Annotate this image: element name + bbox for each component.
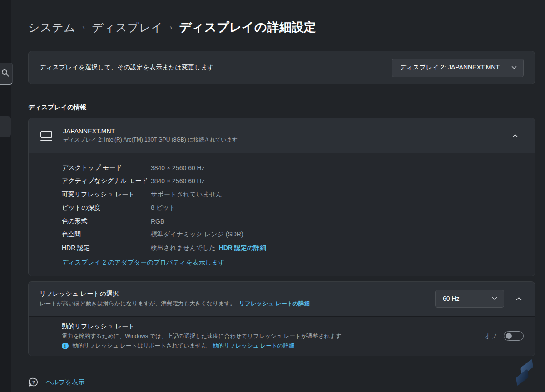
sidebar-item-partial[interactable] — [0, 116, 11, 137]
detail-label: 色空間 — [62, 230, 151, 239]
breadcrumb-system[interactable]: システム — [28, 20, 75, 35]
display-info-header[interactable]: JAPANNEXT.MNT ディスプレイ 2: Intel(R) Arc(TM)… — [29, 118, 535, 153]
dynamic-refresh-toggle[interactable] — [504, 331, 524, 341]
display-selector-value: ディスプレイ 2: JAPANNEXT.MNT — [400, 64, 500, 72]
detail-label: 色の形式 — [62, 217, 151, 225]
chevron-down-icon — [511, 66, 517, 69]
adapter-properties-link[interactable]: ディスプレイ 2 のアダプターのプロパティを表示します — [62, 259, 224, 267]
display-selector-label: ディスプレイを選択して、その設定を表示または変更します — [40, 64, 214, 72]
window-left-strip — [0, 0, 11, 392]
dynamic-refresh-title: 動的リフレッシュ レート — [62, 323, 342, 331]
device-connection: ディスプレイ 2: Intel(R) Arc(TM) 130T GPU (8GB… — [63, 136, 238, 144]
display-info-card: JAPANNEXT.MNT ディスプレイ 2: Intel(R) Arc(TM)… — [28, 118, 535, 276]
display-selector-card: ディスプレイを選択して、その設定を表示または変更します ディスプレイ 2: JA… — [28, 51, 535, 84]
svg-text:?: ? — [32, 380, 35, 385]
refresh-rate-details-link[interactable]: リフレッシュ レートの詳細 — [239, 300, 310, 307]
detail-row-desktop-mode: デスクトップ モード 3840 × 2560 60 Hz — [62, 161, 524, 175]
detail-value: 3840 × 2560 60 Hz — [151, 164, 205, 172]
display-selector-dropdown[interactable]: ディスプレイ 2: JAPANNEXT.MNT — [392, 59, 524, 77]
detail-label: HDR 認定 — [62, 244, 151, 252]
detail-row-bit-depth: ビットの深度 8 ビット — [62, 201, 524, 215]
monitor-icon — [40, 130, 53, 142]
dynamic-refresh-description: 電力を節約するために、Windows では、上記の選択した速度に合わせてリフレッ… — [62, 333, 342, 340]
detail-value: サポートされていません — [151, 191, 222, 199]
refresh-rate-card: リフレッシュ レートの選択 レートが高いほど動きは滑らかになりますが、消費電力も… — [28, 281, 535, 356]
display-info-details: デスクトップ モード 3840 × 2560 60 Hz アクティブなシグナル … — [29, 153, 535, 276]
detail-label: デスクトップ モード — [62, 164, 151, 172]
detail-value: 検出されませんでした — [151, 244, 216, 252]
dynamic-refresh-rate-row: 動的リフレッシュ レート 電力を節約するために、Windows では、上記の選択… — [29, 316, 535, 356]
page-title: ディスプレイの詳細設定 — [179, 19, 316, 35]
breadcrumb-separator: › — [82, 22, 85, 32]
refresh-rate-description: レートが高いほど動きは滑らかになりますが、消費電力も大きくなります。 リフレッシ… — [40, 300, 310, 308]
chevron-up-icon[interactable] — [507, 131, 524, 141]
toggle-knob — [506, 333, 512, 339]
toggle-state-label: オフ — [484, 332, 497, 340]
breadcrumb: システム › ディスプレイ › ディスプレイの詳細設定 — [28, 19, 535, 35]
breadcrumb-display[interactable]: ディスプレイ — [92, 20, 163, 35]
refresh-rate-description-text: レートが高いほど動きは滑らかになりますが、消費電力も大きくなります。 — [40, 300, 236, 307]
detail-row-active-signal-mode: アクティブなシグナル モード 3840 × 2560 60 Hz — [62, 175, 524, 188]
refresh-rate-value: 60 Hz — [443, 295, 460, 302]
detail-label: 可変リフレッシュ レート — [62, 191, 151, 199]
chevron-down-icon — [492, 297, 497, 300]
detail-row-color-space: 色空間 標準ダイナミック レンジ (SDR) — [62, 228, 524, 242]
watermark-logo — [512, 358, 539, 389]
detail-value: RGB — [151, 218, 164, 225]
dynamic-refresh-details-link[interactable]: 動的リフレッシュ レートの詳細 — [213, 342, 295, 350]
refresh-rate-header: リフレッシュ レートの選択 レートが高いほど動きは滑らかになりますが、消費電力も… — [29, 282, 535, 316]
help-row: ? ヘルプを表示 — [28, 377, 535, 388]
detail-label: アクティブなシグナル モード — [62, 177, 151, 185]
device-name: JAPANNEXT.MNT — [63, 127, 238, 135]
detail-row-variable-refresh: 可変リフレッシュ レート サポートされていません — [62, 188, 524, 201]
refresh-rate-title: リフレッシュ レートの選択 — [40, 290, 310, 298]
detail-value: 3840 × 2560 60 Hz — [151, 177, 205, 185]
settings-page: システム › ディスプレイ › ディスプレイの詳細設定 ディスプレイを選択して、… — [11, 0, 545, 392]
search-icon — [1, 69, 10, 77]
display-info-section-title: ディスプレイの情報 — [28, 103, 535, 112]
detail-row-color-format: 色の形式 RGB — [62, 215, 524, 228]
dynamic-refresh-info-text: 動的リフレッシュ レートはサポートされていません — [72, 342, 207, 350]
detail-row-hdr: HDR 認定 検出されませんでした HDR 認定の詳細 — [62, 241, 524, 255]
refresh-rate-dropdown[interactable]: 60 Hz — [435, 290, 504, 308]
chevron-up-icon[interactable] — [510, 294, 527, 304]
show-help-link[interactable]: ヘルプを表示 — [46, 378, 84, 387]
detail-value: 8 ビット — [151, 204, 176, 212]
info-icon: i — [62, 343, 69, 349]
help-icon: ? — [28, 377, 39, 388]
detail-label: ビットの深度 — [62, 204, 151, 212]
hdr-certification-link[interactable]: HDR 認定の詳細 — [219, 244, 267, 252]
detail-value: 標準ダイナミック レンジ (SDR) — [151, 230, 243, 239]
breadcrumb-separator: › — [170, 22, 173, 32]
